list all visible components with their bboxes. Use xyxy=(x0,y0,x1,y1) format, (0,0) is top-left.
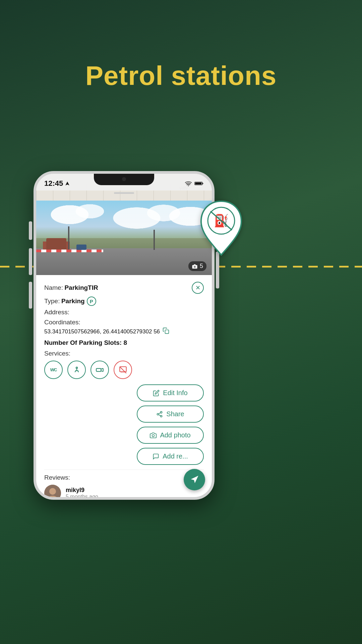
svg-point-20 xyxy=(152,434,155,437)
photo-pole xyxy=(68,226,69,250)
name-text: Name: ParkingTIR xyxy=(44,284,98,291)
service-shower-icon xyxy=(67,361,86,379)
type-row: Type: Parking P xyxy=(44,297,204,306)
phone-notch xyxy=(94,174,154,185)
svg-rect-6 xyxy=(202,183,203,184)
info-card: Name: ParkingTIR ✕ Type: Parking P Addre… xyxy=(36,275,212,497)
reviews-label: Reviews: xyxy=(44,474,204,481)
svg-point-4 xyxy=(188,185,189,186)
volume-up-button xyxy=(29,221,32,240)
location-arrow-icon xyxy=(65,181,70,186)
reviewer-info: mikyl9 5 months ago xyxy=(66,487,98,497)
phone-frame: Неp... 12:45 xyxy=(34,171,215,500)
reviews-section: Reviews: mikyl9 5 months a xyxy=(44,470,204,497)
camera-small-icon xyxy=(192,264,198,269)
photo-car xyxy=(76,245,86,250)
status-icons xyxy=(185,181,204,186)
name-row: Name: ParkingTIR ✕ xyxy=(44,282,204,294)
svg-point-16 xyxy=(157,413,159,415)
copy-icon[interactable] xyxy=(163,327,169,336)
page-title: Petrol stations xyxy=(85,60,277,91)
service-no-fire-icon xyxy=(114,361,132,379)
svg-point-11 xyxy=(76,367,77,368)
action-buttons: Edit Info Share xyxy=(44,384,204,465)
svg-point-15 xyxy=(161,411,162,413)
share-button[interactable]: Share xyxy=(137,406,204,423)
address-row: Address: xyxy=(44,309,204,316)
photo-barrier xyxy=(36,250,103,252)
add-photo-button[interactable]: Add photo xyxy=(137,427,204,444)
drag-handle[interactable] xyxy=(114,192,134,194)
photo-count-badge: 5 xyxy=(188,261,206,271)
service-camera-icon xyxy=(90,361,109,379)
share-icon xyxy=(156,411,163,418)
edit-icon xyxy=(153,390,160,396)
photo-road xyxy=(36,248,212,275)
svg-rect-7 xyxy=(195,182,201,184)
reviewer-avatar xyxy=(44,485,61,497)
svg-line-18 xyxy=(159,415,161,416)
phone-screen: Неp... 12:45 xyxy=(36,174,212,497)
map-pin-icon: ⛽ xyxy=(194,198,248,261)
service-wc-icon: WC xyxy=(44,361,63,379)
edit-info-button[interactable]: Edit Info xyxy=(137,384,204,401)
silent-button xyxy=(29,282,32,309)
add-photo-icon xyxy=(150,432,157,439)
parking-badge: P xyxy=(87,297,96,306)
services-icons: WC xyxy=(44,361,204,379)
add-review-button[interactable]: Add re... xyxy=(137,448,204,465)
parking-slots-row: Number Of Parking Slots: 8 xyxy=(44,339,204,346)
status-time: 12:45 xyxy=(44,179,70,188)
phone-mockup: Неp... 12:45 xyxy=(34,171,215,500)
close-button[interactable]: ✕ xyxy=(192,282,204,294)
wifi-icon xyxy=(185,181,192,186)
svg-point-22 xyxy=(49,488,56,495)
review-item: mikyl9 5 months ago xyxy=(44,485,204,497)
fab-button[interactable] xyxy=(184,469,205,490)
location-photo[interactable]: 5 xyxy=(36,195,212,275)
coordinates-label: Coordinates: xyxy=(44,319,204,326)
navigation-icon xyxy=(190,475,199,484)
photo-pole-2 xyxy=(154,230,155,250)
svg-line-19 xyxy=(159,413,161,414)
add-review-icon xyxy=(153,453,159,460)
volume-down-button xyxy=(29,248,32,275)
battery-icon xyxy=(194,181,204,186)
services-label: Services: xyxy=(44,350,204,357)
svg-point-9 xyxy=(194,266,196,268)
coordinates-value: 53.341701507562966, 26.4414005279302 56 xyxy=(44,327,204,336)
svg-point-17 xyxy=(161,415,162,417)
svg-rect-10 xyxy=(165,330,169,334)
svg-rect-12 xyxy=(96,368,101,371)
